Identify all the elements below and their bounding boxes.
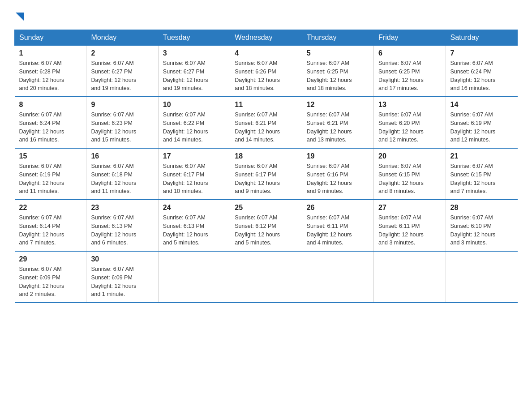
day-number: 12	[307, 101, 369, 109]
day-number: 18	[235, 152, 297, 160]
calendar-cell: 7Sunrise: 6:07 AMSunset: 6:24 PMDaylight…	[446, 46, 517, 97]
calendar-cell: 2Sunrise: 6:07 AMSunset: 6:27 PMDaylight…	[86, 46, 158, 97]
logo	[14, 11, 24, 21]
day-number: 17	[163, 152, 225, 160]
day-number: 22	[19, 204, 82, 212]
weekday-header-sunday: Sunday	[15, 30, 86, 46]
day-number: 5	[307, 49, 369, 57]
day-number: 25	[235, 204, 297, 212]
calendar-cell: 17Sunrise: 6:07 AMSunset: 6:17 PMDayligh…	[158, 148, 230, 200]
day-number: 11	[235, 101, 297, 109]
weekday-header-tuesday: Tuesday	[158, 30, 230, 46]
day-number: 21	[450, 152, 513, 160]
calendar-cell: 28Sunrise: 6:07 AMSunset: 6:10 PMDayligh…	[446, 200, 517, 251]
day-info: Sunrise: 6:07 AMSunset: 6:27 PMDaylight:…	[163, 59, 225, 93]
day-info: Sunrise: 6:07 AMSunset: 6:12 PMDaylight:…	[235, 214, 297, 247]
weekday-header-thursday: Thursday	[302, 30, 373, 46]
day-info: Sunrise: 6:07 AMSunset: 6:14 PMDaylight:…	[19, 214, 82, 247]
day-info: Sunrise: 6:07 AMSunset: 6:22 PMDaylight:…	[163, 111, 225, 144]
calendar-header: SundayMondayTuesdayWednesdayThursdayFrid…	[15, 30, 518, 46]
calendar-week-row: 8Sunrise: 6:07 AMSunset: 6:24 PMDaylight…	[15, 97, 518, 148]
calendar-cell: 22Sunrise: 6:07 AMSunset: 6:14 PMDayligh…	[15, 200, 86, 251]
day-number: 20	[378, 152, 441, 160]
day-info: Sunrise: 6:07 AMSunset: 6:23 PMDaylight:…	[91, 111, 153, 144]
page-header	[14, 11, 518, 21]
calendar-cell: 4Sunrise: 6:07 AMSunset: 6:26 PMDaylight…	[230, 46, 302, 97]
day-number: 16	[91, 152, 153, 160]
day-info: Sunrise: 6:07 AMSunset: 6:26 PMDaylight:…	[235, 59, 297, 93]
calendar-cell: 5Sunrise: 6:07 AMSunset: 6:25 PMDaylight…	[302, 46, 373, 97]
day-info: Sunrise: 6:07 AMSunset: 6:27 PMDaylight:…	[91, 59, 153, 93]
calendar-week-row: 1Sunrise: 6:07 AMSunset: 6:28 PMDaylight…	[15, 46, 518, 97]
day-number: 26	[307, 204, 369, 212]
day-info: Sunrise: 6:07 AMSunset: 6:25 PMDaylight:…	[378, 59, 441, 93]
calendar-cell: 21Sunrise: 6:07 AMSunset: 6:15 PMDayligh…	[446, 148, 517, 200]
day-number: 6	[378, 49, 441, 57]
day-info: Sunrise: 6:07 AMSunset: 6:09 PMDaylight:…	[19, 265, 82, 299]
calendar-cell: 30Sunrise: 6:07 AMSunset: 6:09 PMDayligh…	[86, 251, 158, 303]
calendar-cell: 12Sunrise: 6:07 AMSunset: 6:21 PMDayligh…	[302, 97, 373, 148]
calendar-cell: 13Sunrise: 6:07 AMSunset: 6:20 PMDayligh…	[374, 97, 446, 148]
day-info: Sunrise: 6:07 AMSunset: 6:15 PMDaylight:…	[450, 162, 513, 196]
calendar-cell: 25Sunrise: 6:07 AMSunset: 6:12 PMDayligh…	[230, 200, 302, 251]
weekday-header-saturday: Saturday	[446, 30, 517, 46]
calendar-week-row: 22Sunrise: 6:07 AMSunset: 6:14 PMDayligh…	[15, 200, 518, 251]
day-number: 10	[163, 101, 225, 109]
calendar-cell: 23Sunrise: 6:07 AMSunset: 6:13 PMDayligh…	[86, 200, 158, 251]
weekday-header-wednesday: Wednesday	[230, 30, 302, 46]
day-number: 14	[450, 101, 513, 109]
day-info: Sunrise: 6:07 AMSunset: 6:21 PMDaylight:…	[235, 111, 297, 144]
calendar-cell: 18Sunrise: 6:07 AMSunset: 6:17 PMDayligh…	[230, 148, 302, 200]
calendar-table: SundayMondayTuesdayWednesdayThursdayFrid…	[14, 30, 518, 303]
calendar-cell	[446, 251, 517, 303]
day-number: 4	[235, 49, 297, 57]
day-info: Sunrise: 6:07 AMSunset: 6:13 PMDaylight:…	[91, 214, 153, 247]
day-number: 3	[163, 49, 225, 57]
day-info: Sunrise: 6:07 AMSunset: 6:13 PMDaylight:…	[163, 214, 225, 247]
day-info: Sunrise: 6:07 AMSunset: 6:11 PMDaylight:…	[307, 214, 369, 247]
day-number: 13	[378, 101, 441, 109]
calendar-week-row: 15Sunrise: 6:07 AMSunset: 6:19 PMDayligh…	[15, 148, 518, 200]
day-number: 28	[450, 204, 513, 212]
day-info: Sunrise: 6:07 AMSunset: 6:17 PMDaylight:…	[163, 162, 225, 196]
day-number: 19	[307, 152, 369, 160]
calendar-cell: 24Sunrise: 6:07 AMSunset: 6:13 PMDayligh…	[158, 200, 230, 251]
day-info: Sunrise: 6:07 AMSunset: 6:24 PMDaylight:…	[19, 111, 82, 144]
day-info: Sunrise: 6:07 AMSunset: 6:18 PMDaylight:…	[91, 162, 153, 196]
day-number: 2	[91, 49, 153, 57]
day-info: Sunrise: 6:07 AMSunset: 6:24 PMDaylight:…	[450, 59, 513, 93]
day-info: Sunrise: 6:07 AMSunset: 6:17 PMDaylight:…	[235, 162, 297, 196]
day-number: 15	[19, 152, 82, 160]
calendar-cell	[302, 251, 373, 303]
calendar-cell: 20Sunrise: 6:07 AMSunset: 6:15 PMDayligh…	[374, 148, 446, 200]
calendar-cell	[230, 251, 302, 303]
calendar-cell: 27Sunrise: 6:07 AMSunset: 6:11 PMDayligh…	[374, 200, 446, 251]
day-info: Sunrise: 6:07 AMSunset: 6:19 PMDaylight:…	[19, 162, 82, 196]
day-info: Sunrise: 6:07 AMSunset: 6:09 PMDaylight:…	[91, 265, 153, 299]
calendar-cell: 14Sunrise: 6:07 AMSunset: 6:19 PMDayligh…	[446, 97, 517, 148]
calendar-cell: 29Sunrise: 6:07 AMSunset: 6:09 PMDayligh…	[15, 251, 86, 303]
day-info: Sunrise: 6:07 AMSunset: 6:28 PMDaylight:…	[19, 59, 82, 93]
calendar-cell: 15Sunrise: 6:07 AMSunset: 6:19 PMDayligh…	[15, 148, 86, 200]
calendar-cell: 6Sunrise: 6:07 AMSunset: 6:25 PMDaylight…	[374, 46, 446, 97]
calendar-cell: 9Sunrise: 6:07 AMSunset: 6:23 PMDaylight…	[86, 97, 158, 148]
day-number: 9	[91, 101, 153, 109]
calendar-cell: 16Sunrise: 6:07 AMSunset: 6:18 PMDayligh…	[86, 148, 158, 200]
calendar-cell: 19Sunrise: 6:07 AMSunset: 6:16 PMDayligh…	[302, 148, 373, 200]
weekday-header-monday: Monday	[86, 30, 158, 46]
calendar-body: 1Sunrise: 6:07 AMSunset: 6:28 PMDaylight…	[15, 46, 518, 303]
day-info: Sunrise: 6:07 AMSunset: 6:25 PMDaylight:…	[307, 59, 369, 93]
day-info: Sunrise: 6:07 AMSunset: 6:15 PMDaylight:…	[378, 162, 441, 196]
day-number: 29	[19, 255, 82, 263]
logo-triangle-icon	[16, 13, 24, 21]
day-info: Sunrise: 6:07 AMSunset: 6:21 PMDaylight:…	[307, 111, 369, 144]
day-info: Sunrise: 6:07 AMSunset: 6:16 PMDaylight:…	[307, 162, 369, 196]
calendar-week-row: 29Sunrise: 6:07 AMSunset: 6:09 PMDayligh…	[15, 251, 518, 303]
day-info: Sunrise: 6:07 AMSunset: 6:11 PMDaylight:…	[378, 214, 441, 247]
day-info: Sunrise: 6:07 AMSunset: 6:20 PMDaylight:…	[378, 111, 441, 144]
day-number: 7	[450, 49, 513, 57]
calendar-cell: 3Sunrise: 6:07 AMSunset: 6:27 PMDaylight…	[158, 46, 230, 97]
calendar-cell: 11Sunrise: 6:07 AMSunset: 6:21 PMDayligh…	[230, 97, 302, 148]
day-number: 8	[19, 101, 82, 109]
day-number: 1	[19, 49, 82, 57]
